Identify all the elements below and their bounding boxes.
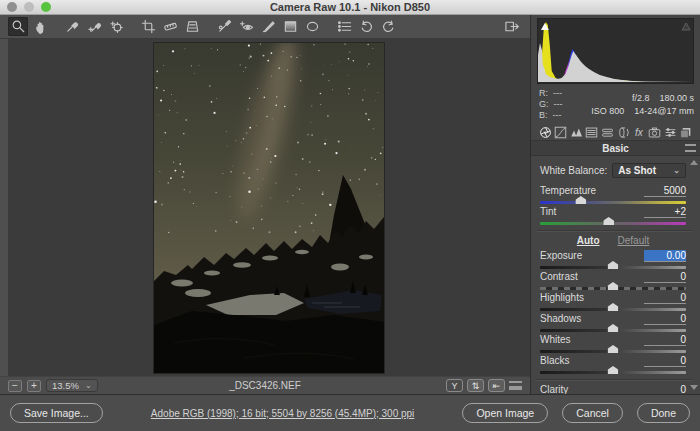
foreground-rocks [154,311,384,373]
shutter-value: 180.00 s [659,92,694,105]
slider-track[interactable] [540,345,686,354]
toggle-panel-icon[interactable] [502,17,522,36]
slider-thumb[interactable] [608,324,619,332]
chevron-down-icon: ⌄ [85,381,92,390]
slider-thumb[interactable] [608,345,619,353]
slider-track[interactable] [540,303,686,312]
preferences-icon[interactable] [334,17,354,36]
zoom-tool-icon[interactable] [8,17,28,36]
slider-value[interactable]: 0 [644,384,686,394]
panel-divider [537,379,692,380]
tab-presets[interactable] [663,125,677,139]
tab-effects[interactable]: fx [632,125,646,139]
targeted-adjustment-tool-icon[interactable] [106,17,126,36]
rotate-right-icon[interactable] [378,17,398,36]
zoom-out-button[interactable]: − [8,380,22,392]
tab-camera-calibration[interactable] [648,125,662,139]
slider-row-temperature: Temperature5000 [540,185,686,205]
slider-track[interactable] [540,366,686,375]
slider-label: Exposure [540,250,582,261]
tab-split-toning[interactable] [601,125,615,139]
b-value: --- [553,110,562,120]
slider-row-whites: Whites0 [540,334,686,354]
transform-tool-icon[interactable] [182,17,202,36]
auto-link[interactable]: Auto [577,235,600,248]
slider-thumb[interactable] [608,282,619,290]
copy-settings-button[interactable]: ⇤ [488,379,505,392]
rgb-readout: R: --- G: --- B: --- f/2.8180.00 s ISO 8… [531,84,700,124]
done-button[interactable]: Done [637,403,690,423]
tab-snapshots[interactable] [679,125,693,139]
auto-default-row: Auto Default [540,235,686,248]
slider-thumb[interactable] [575,196,586,204]
swap-before-after-button[interactable]: ⇅ [467,379,484,392]
slider-track[interactable] [540,282,686,291]
crop-tool-icon[interactable] [138,17,158,36]
panel-divider [537,230,692,231]
image-canvas[interactable] [8,39,530,376]
scroll-down-icon[interactable] [690,385,698,390]
white-balance-value: As Shot [618,165,656,176]
graduated-filter-tool-icon[interactable] [280,17,300,36]
slider-label: Tint [540,206,556,217]
panel-title: Basic [602,143,629,154]
tab-tone-curve[interactable] [554,125,568,139]
white-balance-select[interactable]: As Shot ⌄ [612,163,686,178]
save-image-button[interactable]: Save Image... [10,403,103,423]
rotate-left-icon[interactable] [356,17,376,36]
panel-menu-icon[interactable] [685,144,696,152]
slider-track[interactable] [540,261,686,270]
open-image-button[interactable]: Open Image [462,403,548,423]
slider-row-tint: Tint+2 [540,206,686,226]
photo-preview[interactable] [154,43,384,373]
white-balance-label: White Balance: [540,165,607,176]
camera-raw-window: Camera Raw 10.1 - Nikon D850 [0,0,700,431]
cancel-button[interactable]: Cancel [562,403,623,423]
hand-tool-icon[interactable] [30,17,50,36]
basic-panel-body: White Balance: As Shot ⌄ Temperature5000… [531,156,700,394]
slider-thumb[interactable] [603,217,614,225]
zoom-in-button[interactable]: + [27,380,41,392]
aperture-value: f/2.8 [632,92,650,105]
slider-row-shadows: Shadows0 [540,313,686,333]
color-sampler-tool-icon[interactable] [84,17,104,36]
radial-filter-tool-icon[interactable] [302,17,322,36]
adjustment-brush-tool-icon[interactable] [258,17,278,36]
tab-lens-corrections[interactable] [616,125,630,139]
slider-label: Whites [540,334,571,345]
slider-track[interactable] [540,324,686,333]
g-label: G: [539,99,549,109]
slider-label: Clarity [540,384,568,394]
preview-mode-button[interactable]: Y [446,379,463,392]
red-eye-tool-icon[interactable] [236,17,256,36]
statusbar: − + 13.5% ⌄ _DSC3426.NEF Y ⇅ ⇤ [0,376,530,394]
slider-label: Blacks [540,355,569,366]
footer: Save Image... Adobe RGB (1998); 16 bit; … [0,394,700,431]
white-balance-tool-icon[interactable] [62,17,82,36]
tab-hsl-grayscale[interactable] [585,125,599,139]
lens-value: 14-24@17 mm [634,105,694,118]
default-link[interactable]: Default [618,235,650,248]
histogram-plot [538,19,693,83]
chevron-down-icon: ⌄ [673,166,680,175]
zoom-level-select[interactable]: 13.5% ⌄ [46,379,98,392]
scroll-up-icon[interactable] [690,160,698,165]
slider-track[interactable] [540,196,686,205]
exif-info: f/2.8180.00 s ISO 80014-24@17 mm [591,92,694,118]
preview-menu-icon[interactable] [509,381,522,390]
slider-thumb[interactable] [608,303,619,311]
titlebar: Camera Raw 10.1 - Nikon D850 [0,0,700,15]
workflow-options-link[interactable]: Adobe RGB (1998); 16 bit; 5504 by 8256 (… [143,408,423,419]
straighten-tool-icon[interactable] [160,17,180,36]
slider-thumb[interactable] [608,261,619,269]
tab-basic[interactable] [538,125,552,139]
slider-track[interactable] [540,217,686,226]
spot-removal-tool-icon[interactable] [214,17,234,36]
slider-thumb[interactable] [608,366,619,374]
slider-label: Temperature [540,185,596,196]
adjustments-panel: R: --- G: --- B: --- f/2.8180.00 s ISO 8… [530,15,700,394]
slider-row-highlights: Highlights0 [540,292,686,312]
g-value: --- [554,99,563,109]
histogram [537,18,694,84]
tab-detail[interactable] [569,125,583,139]
